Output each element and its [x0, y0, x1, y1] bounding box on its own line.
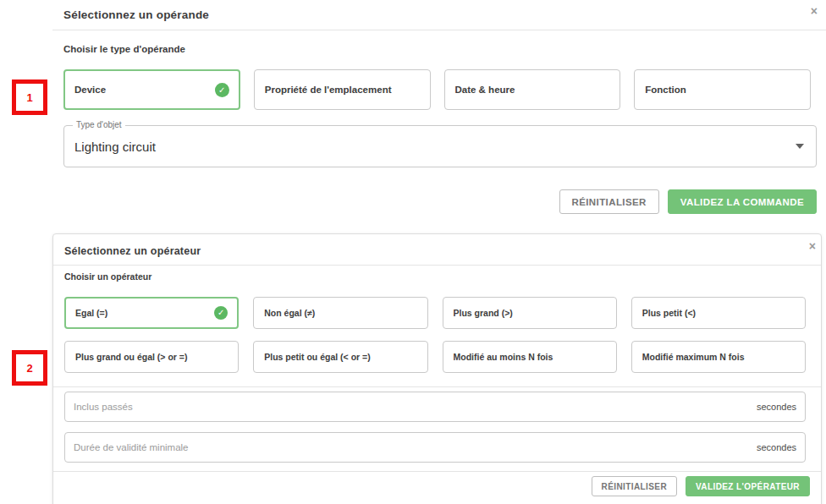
min-validity-input[interactable] — [65, 442, 757, 452]
operator-option-label: Plus grand (>) — [454, 308, 513, 318]
operator-option-less-or-equal[interactable]: Plus petit ou égal (< or =) — [253, 341, 427, 373]
annotation-number: 1 — [26, 91, 32, 104]
operator-option-modified-at-most[interactable]: Modifié maximum N fois — [631, 341, 806, 373]
operand-option-device[interactable]: Device ✓ — [63, 69, 240, 110]
operator-option-label: Plus grand ou égal (> or =) — [75, 352, 187, 362]
operand-option-function[interactable]: Fonction — [634, 69, 811, 110]
included-past-field-row: secondes — [64, 392, 806, 422]
seconds-suffix: secondes — [757, 402, 805, 412]
seconds-suffix: secondes — [757, 442, 805, 452]
operator-dialog: Sélectionnez un opérateur × Choisir un o… — [52, 233, 822, 504]
included-past-input[interactable] — [65, 402, 757, 412]
operator-option-not-equal[interactable]: Non égal (≠) — [253, 297, 427, 329]
validate-command-button[interactable]: VALIDEZ LA COMMANDE — [668, 189, 817, 214]
operand-option-location-property[interactable]: Propriété de l'emplacement — [254, 69, 431, 110]
operator-section-label: Choisir un opérateur — [64, 271, 151, 282]
check-circle-icon: ✓ — [215, 83, 229, 97]
operator-option-label: Egal (=) — [75, 308, 107, 318]
divider — [53, 265, 821, 266]
operand-option-label: Fonction — [645, 85, 686, 95]
operator-option-greater[interactable]: Plus grand (>) — [443, 297, 617, 329]
operand-options: Device ✓ Propriété de l'emplacement Date… — [63, 69, 811, 110]
object-type-value: Lighting circuit — [64, 140, 156, 154]
operator-dialog-title: Sélectionnez un opérateur — [64, 245, 201, 257]
operator-option-label: Plus petit (<) — [642, 308, 696, 318]
operand-option-label: Date & heure — [455, 85, 515, 95]
operator-option-label: Modifié maximum N fois — [642, 352, 745, 362]
divider — [53, 386, 821, 387]
validate-operator-button[interactable]: VALIDEZ L'OPÉRATEUR — [686, 476, 810, 496]
annotation-box-2: 2 — [12, 350, 47, 386]
operator-options: Egal (=) ✓ Non égal (≠) Plus grand (>) P… — [64, 297, 806, 373]
divider — [52, 30, 826, 30]
operator-option-label: Non égal (≠) — [264, 308, 315, 318]
operand-dialog-title: Sélectionnez un opérande — [63, 8, 209, 21]
object-type-label: Type d'objet — [73, 120, 125, 129]
operand-option-label: Propriété de l'emplacement — [265, 85, 392, 95]
close-icon[interactable]: × — [811, 5, 818, 17]
check-circle-icon: ✓ — [214, 306, 228, 320]
operand-section-label: Choisir le type d'opérande — [63, 44, 185, 54]
operator-option-modified-at-least[interactable]: Modifié au moins N fois — [443, 341, 617, 373]
operator-actions: RÉINITIALISER VALIDEZ L'OPÉRATEUR — [592, 476, 810, 496]
operand-dialog: Sélectionnez un opérande × Choisir le ty… — [52, 0, 826, 225]
object-type-select[interactable]: Type d'objet Lighting circuit — [63, 125, 817, 167]
operator-option-label: Plus petit ou égal (< or =) — [264, 352, 370, 362]
chevron-down-icon — [796, 144, 804, 149]
close-icon[interactable]: × — [809, 240, 816, 252]
annotation-number: 2 — [26, 362, 32, 375]
annotation-box-1: 1 — [12, 79, 47, 115]
operator-option-label: Modifié au moins N fois — [454, 352, 553, 362]
operand-actions: RÉINITIALISER VALIDEZ LA COMMANDE — [559, 189, 818, 214]
operator-option-greater-or-equal[interactable]: Plus grand ou égal (> or =) — [64, 341, 239, 373]
operator-option-less[interactable]: Plus petit (<) — [631, 297, 806, 329]
operand-option-label: Device — [74, 85, 106, 95]
operator-option-equal[interactable]: Egal (=) ✓ — [64, 297, 239, 329]
operand-option-date-time[interactable]: Date & heure — [444, 69, 621, 110]
min-validity-field-row: secondes — [64, 432, 806, 463]
reset-button[interactable]: RÉINITIALISER — [559, 189, 659, 214]
divider — [53, 471, 821, 472]
reset-button[interactable]: RÉINITIALISER — [592, 476, 677, 496]
